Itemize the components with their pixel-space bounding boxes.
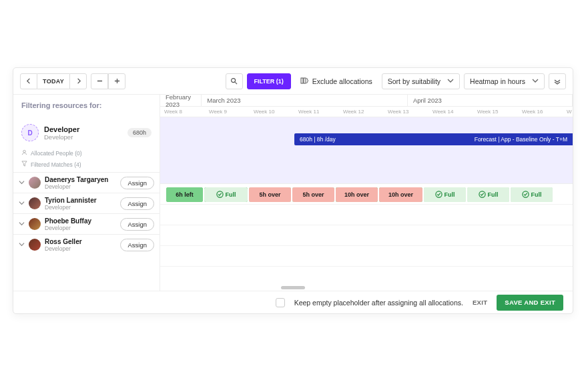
week-header: Week 10 xyxy=(250,107,294,117)
expand-icon[interactable] xyxy=(19,199,25,207)
save-and-exit-button[interactable]: SAVE AND EXIT xyxy=(497,295,563,311)
resource-row: Tyrion Lannister Developer Assign xyxy=(13,193,160,213)
filtered-matches-row[interactable]: Filtered Matches (4) xyxy=(13,161,160,172)
zoom-out-button[interactable] xyxy=(91,73,108,89)
assign-button[interactable]: Assign xyxy=(120,177,154,189)
expand-icon[interactable] xyxy=(19,179,25,187)
resource-role: Developer xyxy=(45,204,97,211)
columns-icon xyxy=(300,77,308,86)
check-circle-icon xyxy=(216,191,226,199)
assign-button[interactable]: Assign xyxy=(120,218,154,231)
resource-role: Developer xyxy=(45,183,108,190)
allocation-right-label: Forecast | App - Baseline Only - T+M xyxy=(475,136,567,143)
week-header: Week 9 xyxy=(205,107,250,117)
heatmap-cell[interactable]: 10h over xyxy=(379,187,422,202)
week-header: Week 14 xyxy=(428,107,473,117)
assign-button[interactable]: Assign xyxy=(120,197,154,210)
role-lane: 680h | 8h /day Forecast | App - Baseline… xyxy=(160,117,573,184)
role-subtitle: Developer xyxy=(44,133,79,141)
role-card: D Developer Developer 680h xyxy=(13,116,160,149)
zoom-in-button[interactable] xyxy=(108,73,125,89)
week-header: W xyxy=(563,107,573,117)
zoom-nav xyxy=(91,73,125,89)
resource-lane: 6h leftFull5h over5h over10h over10h ove… xyxy=(160,246,573,267)
resource-row: Daenerys Targaryen Developer Assign xyxy=(13,172,160,193)
week-header: Week 11 xyxy=(294,107,339,117)
week-header: Week 13 xyxy=(384,107,428,117)
resource-role: Developer xyxy=(45,245,82,252)
week-header: Week 12 xyxy=(339,107,384,117)
check-circle-icon xyxy=(522,191,531,199)
check-circle-icon xyxy=(479,191,488,199)
avatar xyxy=(29,218,41,230)
svg-rect-1 xyxy=(301,78,303,83)
heatmap-label: Heatmap in hours xyxy=(470,77,525,85)
expand-icon[interactable] xyxy=(19,241,25,249)
resource-row: Phoebe Buffay Developer Assign xyxy=(13,213,160,234)
check-circle-icon xyxy=(435,191,445,199)
heatmap-select[interactable]: Heatmap in hours xyxy=(464,73,545,89)
toolbar: TODAY FILTER (1) Exclude allocations Sor… xyxy=(13,68,573,95)
prev-button[interactable] xyxy=(20,73,37,89)
role-avatar: D xyxy=(21,124,39,141)
filter-icon xyxy=(21,161,27,168)
heatmap-cell[interactable]: 6h left xyxy=(166,187,203,202)
scroll-handle[interactable] xyxy=(281,286,305,289)
chevron-down-icon xyxy=(447,77,454,85)
today-button[interactable]: TODAY xyxy=(37,73,69,89)
svg-point-3 xyxy=(23,150,26,153)
people-icon xyxy=(21,149,27,157)
svg-point-0 xyxy=(232,79,236,83)
resource-panel: TODAY FILTER (1) Exclude allocations Sor… xyxy=(13,67,573,314)
sidebar: Filtering resources for: D Developer Dev… xyxy=(13,95,160,291)
role-name: Developer xyxy=(44,125,79,133)
resource-name: Tyrion Lannister xyxy=(45,197,97,204)
resource-role: Developer xyxy=(45,225,91,231)
heatmap-cell[interactable]: 5h over xyxy=(292,187,334,202)
sort-select[interactable]: Sort by suitability xyxy=(382,73,460,89)
week-header: Week 8 xyxy=(160,107,205,117)
heatmap-cell[interactable]: Full xyxy=(424,187,466,202)
month-header: February 2023 xyxy=(160,95,202,106)
resource-name: Daenerys Targaryen xyxy=(45,176,108,183)
filter-button[interactable]: FILTER (1) xyxy=(247,73,291,89)
heatmap-cell[interactable]: Full xyxy=(467,187,509,202)
resource-name: Phoebe Buffay xyxy=(45,217,91,225)
month-header: April 2023 xyxy=(408,95,573,106)
resource-row: Ross Geller Developer Assign xyxy=(13,234,160,255)
sidebar-title: Filtering resources for: xyxy=(13,95,160,116)
role-hours-badge: 680h xyxy=(127,128,152,137)
month-header: March 2023 xyxy=(202,95,408,106)
week-header: Week 16 xyxy=(518,107,563,117)
expand-button[interactable] xyxy=(549,73,566,89)
svg-rect-2 xyxy=(304,78,306,83)
avatar xyxy=(29,197,41,209)
expand-icon[interactable] xyxy=(19,220,25,228)
exclude-label: Exclude allocations xyxy=(312,77,372,85)
footer: Keep empty placeholder after assigning a… xyxy=(13,291,573,313)
allocation-bar[interactable]: 680h | 8h /day Forecast | App - Baseline… xyxy=(294,133,573,145)
keep-placeholder-label: Keep empty placeholder after assigning a… xyxy=(294,299,463,307)
heatmap-cell[interactable]: 5h over xyxy=(249,187,291,202)
assign-button[interactable]: Assign xyxy=(120,239,154,251)
search-button[interactable] xyxy=(226,73,243,89)
heatmap-cell[interactable]: 10h over xyxy=(336,187,378,202)
sort-label: Sort by suitability xyxy=(388,77,440,85)
allocation-left-label: 680h | 8h /day xyxy=(300,136,336,143)
heatmap-cell[interactable]: Full xyxy=(204,187,248,202)
heatmap-cell[interactable]: Full xyxy=(511,187,553,202)
exclude-toggle[interactable]: Exclude allocations xyxy=(300,77,372,86)
week-header: Week 15 xyxy=(473,107,518,117)
next-button[interactable] xyxy=(69,73,87,89)
resource-lane: 30h left10h left0h left0h left0h left10h… xyxy=(160,205,573,225)
allocated-people-row[interactable]: Allocated People (0) xyxy=(13,149,160,161)
keep-placeholder-checkbox[interactable] xyxy=(276,298,285,307)
timeline-grid[interactable]: February 2023March 2023April 2023 Week 8… xyxy=(160,95,573,291)
chevron-down-icon xyxy=(532,77,539,85)
date-nav: TODAY xyxy=(20,73,87,89)
exit-button[interactable]: EXIT xyxy=(473,299,487,306)
avatar xyxy=(29,177,41,189)
resource-lane: 5h left5h left30h left30h left15h left15… xyxy=(160,225,573,246)
resource-name: Ross Geller xyxy=(45,238,82,245)
avatar xyxy=(29,239,41,251)
